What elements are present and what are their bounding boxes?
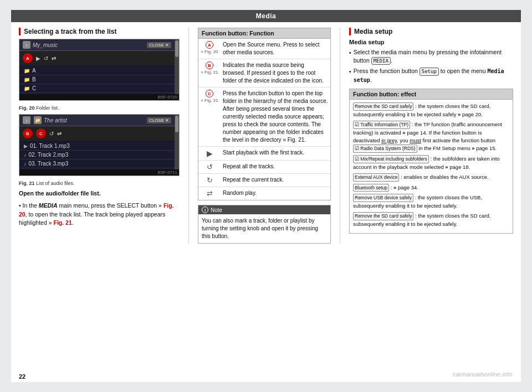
screen2-header: ♪ 📁 The artist CLOSE ✕ [19,115,175,126]
func-row-repeat-all: ↺ Repeat all the tracks. [198,161,330,174]
folder-c-label: C [32,85,36,91]
folder-item-a[interactable]: 📁 A [19,66,175,75]
folder-a-label: A [32,68,36,74]
watermark: carmanualsonline.info [453,371,512,378]
effect-badge-4: External AUX device [353,173,399,182]
middle-column: Function button: Function A » Fig. 20 Op… [198,28,331,244]
scrollbar2[interactable] [175,115,179,169]
folder-icon: 📁 [24,86,30,91]
setup-button[interactable]: Setup [420,68,439,76]
right-section-heading: Media setup [349,28,513,35]
track-icon: ▶ [24,143,28,149]
screen2-controls: B C ↺ ⇄ [19,126,175,141]
media-italic: MEDIA [39,202,58,209]
screen1-title: My_music [33,42,145,48]
bullet-1: • Select the media main menu by pressing… [349,48,513,65]
body-heading: Open the audio/folder file list. [19,189,180,198]
note-label: Note [211,207,222,213]
effect-3: ☑ Mix/Repeat including subfolders : the … [353,155,509,171]
track-2-label: 02. Track 2.mp3 [29,152,69,158]
effect-text-4: : enables or disables the AUX source. [401,174,488,180]
track-3-label: 03. Track 3.mp3 [29,161,69,167]
func-text-repeat-one: Repeat the current track. [221,174,330,186]
screen1-footer: B5F-0720 [19,94,179,100]
screen1-header: ♪ My_music CLOSE ✕ [19,39,175,51]
folder-list: 📁 A 📁 B 📁 C [19,65,175,94]
func-row-play: ▶ Start playback with the first track. [198,147,330,161]
effect-badge-3: ☑ Mix/Repeat including subfolders [353,155,429,163]
effect-badge-5: Bluetooth setup [353,184,389,192]
right-subsection: Media setup [349,39,513,45]
track-1-label: 01. Track 1.mp3 [30,143,70,149]
note-body: You can also mark a track, folder or pla… [198,214,330,243]
screen1-controls: A ▶ ↺ ⇄ [19,51,175,65]
bullet-1-text: Select the media main menu by pressing t… [354,48,513,65]
track-3[interactable]: ♪ 03. Track 3.mp3 [19,159,175,168]
scrollbar1-thumb [175,40,178,57]
bullet-dot-1: • [349,49,351,57]
close-label2: CLOSE [149,118,164,123]
divider-2 [340,28,340,244]
screen1-close[interactable]: CLOSE ✕ [147,42,171,48]
screen2-footer: B5F-0711 [19,169,179,176]
func-text-repeat-all: Repeat all the tracks. [221,161,330,173]
media-button[interactable]: MEDIA [371,57,391,65]
fig21-label-bold: Fig. 21 [19,180,35,186]
divider-1 [188,28,189,244]
circle-a: A [206,41,213,49]
effect-4: External AUX device : enables or disable… [353,173,509,182]
play-icon: ▶ [36,55,40,61]
func-row-c: C » Fig. 21 Press the function button to… [198,87,330,147]
bullet-2-text: Press the function button Setup to open … [354,67,513,84]
func-icon-b: B » Fig. 21 [198,59,221,77]
audio-list: ▶ 01. Track 1.mp3 ♪ 02. Track 2.mp3 ♪ 03… [19,141,175,169]
close-x-icon: ✕ [165,43,169,48]
track-icon2: ♪ [24,152,27,158]
bullet-2: • Press the function button Setup to ope… [349,67,513,84]
close-label: CLOSE [149,43,164,48]
repeat-icon2: ↺ [49,131,54,137]
fig21-text: List of audio files. [36,180,75,186]
func-text-random: Random play. [221,187,330,199]
header-title: Media [256,12,277,20]
fig-ref-a: » Fig. 20 [201,49,218,54]
fig20-label-bold: Fig. 20 [19,105,35,111]
left-section-heading: Selecting a track from the list [19,28,180,35]
circle-b: B [206,61,213,69]
note-info-icon: i [202,207,208,213]
label-a-badge: A [23,53,33,63]
effect-text-2b: in the FM Setup menu » page 15. [418,145,497,151]
folder-item-c[interactable]: 📁 C [19,84,175,93]
folder-icon: 📁 [24,68,30,74]
note-header: i Note [198,205,330,214]
audio-list-screen: ♪ 📁 The artist CLOSE ✕ B C ↺ [19,114,180,176]
repeat-all-func-icon: ↺ [198,161,221,173]
body-text: • In the MEDIA main menu, press the SELE… [19,202,180,228]
effect-badge-6: Remove USB device safely [353,194,413,202]
note-icon2: ♪ [23,116,30,124]
func-text-b: Indicates the media source being browsed… [221,59,330,87]
track-2[interactable]: ♪ 02. Track 2.mp3 [19,151,175,159]
func-row-random: ⇄ Random play. [198,187,330,200]
note-icon: ♪ [23,41,30,49]
effect-6: Remove USB device safely : the system cl… [353,194,509,210]
close-x-icon2: ✕ [165,118,169,123]
fig-ref-c: » Fig. 21 [201,98,218,103]
right-column: Media setup Media setup • Select the med… [349,28,513,244]
func-icon-a: A » Fig. 20 [198,39,221,56]
func-text-a: Open the Source menu. Press to select ot… [221,39,330,59]
folder-b-label: B [32,76,36,82]
effect-badge-2b: ☑ Radio Data System (RDS) [353,145,417,153]
effect-text-5: : » page 34. [391,184,418,190]
effect-box: Remove the SD card safely : the system c… [349,100,513,234]
repeat-icon: ↺ [44,55,48,61]
screen2-close[interactable]: CLOSE ✕ [147,117,171,123]
left-column: Selecting a track from the list ♪ My_mus… [19,28,180,244]
track-1[interactable]: ▶ 01. Track 1.mp3 [19,142,175,151]
func-text-play: Start playback with the first track. [221,147,330,159]
func-table-heading: Function button: Function [198,28,331,39]
folder-item-b[interactable]: 📁 B [19,75,175,84]
track-icon3: ♪ [24,161,27,167]
shuffle-icon: ⇄ [52,55,56,61]
scrollbar1[interactable] [175,39,179,94]
